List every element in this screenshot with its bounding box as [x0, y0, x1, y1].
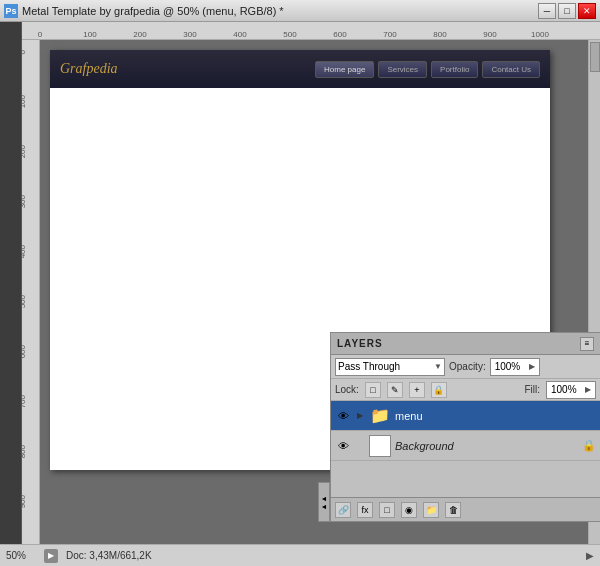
layer-visibility-toggle[interactable]: 👁	[335, 408, 351, 424]
panel-collapse-button[interactable]: ◄ ◄	[318, 482, 330, 522]
layer-name: Background	[395, 440, 454, 452]
opacity-label: Opacity:	[449, 361, 486, 372]
document-info: Doc: 3,43M/661,2K	[66, 550, 578, 561]
close-button[interactable]: ✕	[578, 3, 596, 19]
layer-visibility-toggle[interactable]: 👁	[335, 438, 351, 454]
title-bar-left: Ps Metal Template by grafpedia @ 50% (me…	[4, 4, 284, 18]
layers-panel-title: LAYERS	[337, 338, 383, 349]
app-icon: Ps	[4, 4, 18, 18]
blend-mode-arrow: ▼	[434, 362, 442, 371]
left-ruler: 0 100 200 300 400 500 600 700 800 900	[22, 40, 40, 544]
layer-thumbnail	[369, 435, 391, 457]
layers-panel: LAYERS ≡ Pass Through ▼ Opacity: 100% ▶ …	[330, 332, 600, 522]
lock-fill-row: Lock: □ ✎ + 🔒 Fill: 100% ▶	[331, 379, 600, 401]
blend-opacity-row: Pass Through ▼ Opacity: 100% ▶	[331, 355, 600, 379]
opacity-spinner[interactable]: ▶	[529, 362, 535, 371]
status-document-icon[interactable]: ▶	[44, 549, 58, 563]
nav-contact: Contact Us	[482, 61, 540, 78]
add-adjustment-button[interactable]: ◉	[401, 502, 417, 518]
lock-transparent-button[interactable]: 🔒	[431, 382, 447, 398]
layers-list: 👁 ▶ 📁 menu 👁 Background 🔒	[331, 401, 600, 497]
layers-panel-controls: ≡	[580, 337, 594, 351]
lock-position-button[interactable]: ✎	[387, 382, 403, 398]
layer-lock-icon: 🔒	[582, 439, 596, 452]
lock-pixels-button[interactable]: □	[365, 382, 381, 398]
top-ruler: 0 100 200 300 400 500 600 700 800 900 10…	[22, 22, 600, 40]
zoom-level: 50%	[6, 550, 36, 561]
status-bar: 50% ▶ Doc: 3,43M/661,2K ▶	[0, 544, 600, 566]
status-forward-button[interactable]: ▶	[586, 550, 594, 561]
fill-input[interactable]: 100% ▶	[546, 381, 596, 399]
tools-panel	[0, 22, 22, 544]
site-header: Grafpedia Home page Services Portfolio C…	[50, 50, 550, 88]
lock-all-button[interactable]: +	[409, 382, 425, 398]
lock-label: Lock:	[335, 384, 359, 395]
add-style-button[interactable]: fx	[357, 502, 373, 518]
site-nav: Home page Services Portfolio Contact Us	[315, 61, 540, 78]
layer-name: menu	[395, 410, 423, 422]
maximize-button[interactable]: □	[558, 3, 576, 19]
layer-row[interactable]: 👁 ▶ 📁 menu	[331, 401, 600, 431]
link-layers-button[interactable]: 🔗	[335, 502, 351, 518]
window-title: Metal Template by grafpedia @ 50% (menu,…	[22, 5, 284, 17]
site-logo: Grafpedia	[60, 61, 305, 77]
add-mask-button[interactable]: □	[379, 502, 395, 518]
delete-layer-button[interactable]: 🗑	[445, 502, 461, 518]
scrollbar-thumb[interactable]	[590, 42, 600, 72]
fill-spinner[interactable]: ▶	[585, 385, 591, 394]
opacity-input[interactable]: 100% ▶	[490, 358, 540, 376]
nav-portfolio: Portfolio	[431, 61, 478, 78]
layers-options-button[interactable]: ≡	[580, 337, 594, 351]
fill-label: Fill:	[524, 384, 540, 395]
main-area: 0 100 200 300 400 500 600 700 800 900 10…	[0, 22, 600, 544]
minimize-button[interactable]: ─	[538, 3, 556, 19]
layer-expand-button[interactable]: ▶	[355, 411, 365, 421]
blend-mode-dropdown[interactable]: Pass Through ▼	[335, 358, 445, 376]
layers-panel-footer: 🔗 fx □ ◉ 📁 🗑	[331, 497, 600, 521]
nav-services: Services	[378, 61, 427, 78]
layer-row[interactable]: 👁 Background 🔒	[331, 431, 600, 461]
layer-thumbnail: 📁	[369, 405, 391, 427]
nav-home: Home page	[315, 61, 374, 78]
layers-panel-header: LAYERS ≡	[331, 333, 600, 355]
new-group-button[interactable]: 📁	[423, 502, 439, 518]
window-controls: ─ □ ✕	[538, 3, 596, 19]
title-bar: Ps Metal Template by grafpedia @ 50% (me…	[0, 0, 600, 22]
